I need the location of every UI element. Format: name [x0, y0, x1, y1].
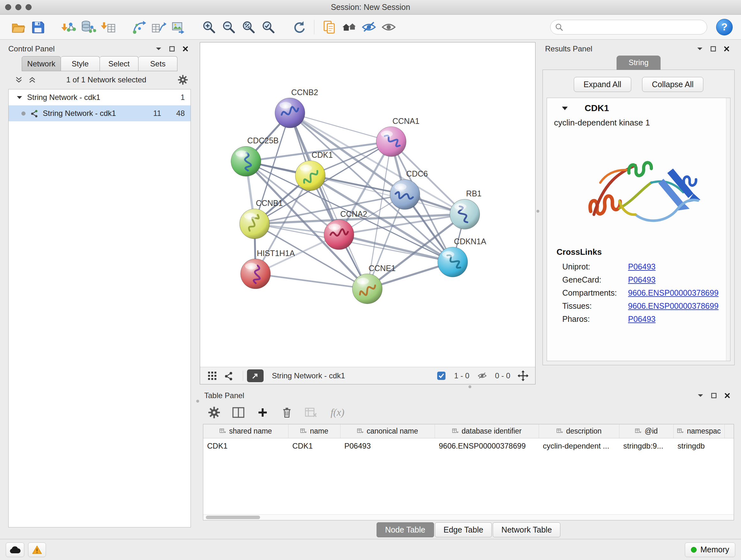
node-CCNA1[interactable]: CCNA1: [376, 116, 419, 157]
table-cell[interactable]: 9606.ENSP00000378699: [435, 438, 539, 454]
function-builder-icon[interactable]: f(x): [331, 407, 344, 418]
crosslink-row: Compartments:9606.ENSP00000378699: [547, 287, 730, 300]
cloud-button[interactable]: [6, 543, 24, 557]
crosslink-link[interactable]: P06493: [628, 314, 656, 324]
new-network-table-button[interactable]: [149, 17, 169, 37]
canvas-table-splitter[interactable]: [200, 384, 737, 389]
float-panel-icon[interactable]: [708, 44, 719, 54]
search-input[interactable]: [566, 23, 702, 32]
zoom-selected-button[interactable]: [259, 17, 278, 37]
close-window-button[interactable]: [5, 4, 11, 10]
tab-style[interactable]: Style: [61, 56, 100, 71]
results-scrollbar[interactable]: [726, 98, 730, 361]
table-options-gear-icon[interactable]: [207, 405, 221, 420]
tab-edge-table[interactable]: Edge Table: [435, 522, 492, 537]
selected-checkbox-icon[interactable]: [435, 369, 448, 382]
scrollbar-thumb[interactable]: [206, 516, 260, 519]
network-row[interactable]: String Network - cdk1 11 48: [9, 105, 191, 121]
tab-select[interactable]: Select: [100, 56, 139, 71]
table-horizontal-scrollbar[interactable]: [203, 514, 734, 520]
zoom-out-button[interactable]: [219, 17, 239, 37]
crosslink-link[interactable]: P06493: [628, 275, 656, 285]
column-header-description[interactable]: description: [539, 424, 619, 438]
table-cell[interactable]: stringdb: [674, 438, 725, 454]
table-cell[interactable]: CDK1: [288, 438, 340, 454]
zoom-window-button[interactable]: [25, 4, 31, 10]
zoom-in-button[interactable]: [199, 17, 219, 37]
collapse-all-trees-icon[interactable]: [27, 75, 38, 84]
float-panel-icon[interactable]: [166, 44, 178, 54]
tab-sets[interactable]: Sets: [138, 56, 178, 71]
tab-network-table[interactable]: Network Table: [493, 522, 560, 537]
help-button[interactable]: ?: [716, 19, 733, 36]
minimize-window-button[interactable]: [15, 4, 21, 10]
expand-all-trees-icon[interactable]: [13, 75, 24, 84]
table-cell[interactable]: CDK1: [203, 438, 288, 454]
hidden-eye-slash-icon[interactable]: [476, 369, 488, 382]
tab-network[interactable]: Network: [22, 56, 61, 71]
search-box[interactable]: [550, 20, 707, 35]
import-network-database-button[interactable]: [78, 17, 98, 37]
table-cell[interactable]: cyclin-dependent ...: [539, 438, 619, 454]
tab-string[interactable]: String: [616, 56, 661, 70]
crosslink-link[interactable]: 9606.ENSP00000378699: [628, 288, 719, 298]
add-column-icon[interactable]: [255, 405, 270, 420]
node-RB1[interactable]: RB1: [450, 189, 481, 229]
birdseye-toggle-button[interactable]: [247, 369, 264, 382]
column-header-canonical-name[interactable]: canonical name: [340, 424, 435, 438]
edge-HIST1H1A-CCNE1[interactable]: [256, 274, 367, 289]
collapse-panel-icon[interactable]: [695, 391, 706, 400]
tree-expander-icon[interactable]: [17, 96, 22, 99]
crosslink-link[interactable]: 9606.ENSP00000378699: [628, 301, 719, 311]
refresh-button[interactable]: [289, 17, 309, 37]
collapse-panel-icon[interactable]: [153, 44, 164, 54]
float-panel-icon[interactable]: [709, 391, 719, 400]
node-CDKN1A[interactable]: CDKN1A: [438, 237, 486, 277]
import-network-file-button[interactable]: [59, 17, 78, 37]
column-header--id[interactable]: @id: [619, 424, 674, 438]
show-all-button[interactable]: [379, 17, 399, 37]
table-cell[interactable]: P06493: [340, 438, 435, 454]
birds-eye-button[interactable]: [339, 17, 359, 37]
canvas-results-splitter[interactable]: [536, 42, 540, 384]
delete-column-icon[interactable]: [280, 405, 294, 420]
import-table-button[interactable]: [98, 17, 118, 37]
collapse-panel-icon[interactable]: [694, 44, 705, 54]
node-CCNB2[interactable]: CCNB2: [275, 88, 318, 128]
close-panel-icon[interactable]: [722, 391, 733, 400]
column-header-namespac[interactable]: namespac: [674, 424, 725, 438]
table-cell[interactable]: stringdb:9...: [619, 438, 674, 454]
snapshot-button[interactable]: [320, 17, 339, 37]
close-panel-icon[interactable]: [721, 44, 732, 54]
column-header-database-identifier[interactable]: database identifier: [435, 424, 539, 438]
open-session-button[interactable]: [8, 17, 28, 37]
close-panel-icon[interactable]: [180, 44, 191, 54]
grid-layout-icon[interactable]: [206, 369, 219, 382]
crosslink-link[interactable]: P06493: [628, 262, 656, 271]
column-header-name[interactable]: name: [288, 424, 340, 438]
memory-button[interactable]: Memory: [685, 543, 735, 557]
network-options-gear-icon[interactable]: [178, 75, 188, 84]
network-canvas[interactable]: CCNB2CCNA1CDC25BCDK1CDC6RB1CCNB1CCNA2CDK…: [200, 43, 535, 367]
column-header-shared-name[interactable]: shared name: [203, 424, 288, 438]
zoom-fit-button[interactable]: [239, 17, 259, 37]
save-session-button[interactable]: [28, 17, 48, 37]
gene-header-row[interactable]: CDK1: [547, 98, 730, 117]
gene-collapse-icon[interactable]: [562, 106, 568, 111]
table-row[interactable]: CDK1CDK1P064939606.ENSP00000378699cyclin…: [203, 438, 734, 454]
collapse-all-button[interactable]: Collapse All: [642, 77, 704, 92]
node-HIST1H1A[interactable]: HIST1H1A: [241, 249, 295, 289]
network-from-selection-button[interactable]: [129, 17, 149, 37]
warnings-button[interactable]: [28, 543, 46, 557]
share-network-icon[interactable]: [222, 369, 235, 382]
hide-selected-button[interactable]: [359, 17, 379, 37]
tab-node-table[interactable]: Node Table: [377, 522, 434, 537]
network-collection-row[interactable]: String Network - cdk1 1: [9, 89, 191, 105]
expand-all-button[interactable]: Expand All: [574, 77, 631, 92]
export-image-button[interactable]: [169, 17, 188, 37]
node-CCNB1[interactable]: CCNB1: [240, 199, 283, 239]
pan-move-icon[interactable]: [517, 369, 529, 382]
node-CDK1[interactable]: CDK1: [295, 150, 333, 191]
left-splitter[interactable]: [195, 42, 200, 539]
show-columns-icon[interactable]: [231, 405, 246, 420]
